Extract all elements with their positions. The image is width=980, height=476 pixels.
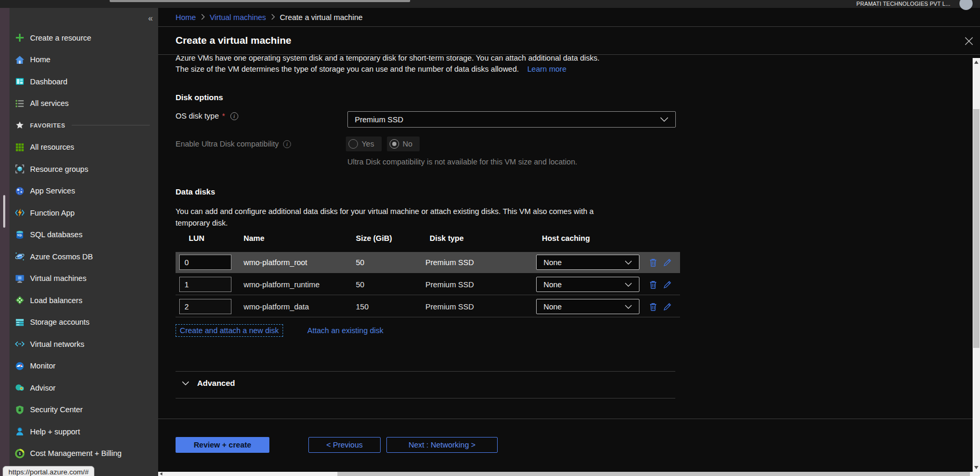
chevron-down-icon [625, 260, 632, 265]
blade-footer: Review + create < Previous Next : Networ… [158, 419, 980, 476]
scroll-up-arrow-icon[interactable] [974, 61, 978, 64]
radio-yes-label: Yes [362, 140, 374, 148]
required-asterisk: * [222, 112, 225, 120]
host-caching-select[interactable]: None [536, 299, 639, 314]
edit-disk-icon[interactable] [663, 302, 672, 312]
breadcrumb-virtual-machines-link[interactable]: Virtual machines [210, 13, 266, 22]
radio-option-no[interactable]: No [387, 137, 420, 151]
lun-input[interactable] [179, 255, 231, 270]
vertical-scrollbar-thumb[interactable] [973, 109, 979, 348]
chevron-down-icon [625, 305, 632, 309]
os-disk-type-label-row: OS disk type * i [176, 112, 238, 120]
delete-disk-icon[interactable] [648, 258, 658, 267]
edit-disk-icon[interactable] [663, 280, 672, 289]
info-icon[interactable]: i [283, 140, 291, 148]
vertical-scrollbar[interactable] [973, 58, 980, 472]
favorites-divider [72, 125, 150, 125]
data-disk-row: wmo-platform_runtime 50 Premium SSD None [176, 274, 680, 295]
info-icon[interactable]: i [230, 112, 238, 120]
delete-disk-icon[interactable] [648, 302, 658, 312]
sidebar-item-all-services[interactable]: All services [9, 93, 158, 115]
intro-line-1: Azure VMs have one operating system disk… [176, 55, 599, 64]
column-header-disk-type: Disk type [430, 234, 463, 242]
scroll-down-arrow-icon[interactable] [974, 466, 978, 469]
delete-disk-icon[interactable] [648, 280, 658, 289]
sidebar-item-storage-accounts[interactable]: Storage accounts [9, 312, 158, 334]
advisor-icon [14, 383, 25, 393]
radio-no-label: No [403, 140, 413, 148]
sidebar-item-app-services[interactable]: App Services [9, 180, 158, 202]
data-disk-row: wmo-platform_data 150 Premium SSD None [176, 296, 680, 317]
host-caching-select[interactable]: None [536, 277, 639, 292]
blade-content: Azure VMs have one operating system disk… [158, 55, 980, 419]
disk-size: 150 [356, 296, 368, 317]
attach-existing-disk-link[interactable]: Attach an existing disk [307, 326, 383, 335]
advanced-section-toggle[interactable]: Advanced [182, 378, 235, 387]
home-icon [14, 54, 25, 65]
horizontal-scrollbar-thumb[interactable] [337, 472, 970, 476]
app-services-icon [14, 186, 25, 196]
all-resources-icon [14, 142, 25, 152]
horizontal-scrollbar[interactable] [158, 472, 980, 476]
review-create-button[interactable]: Review + create [176, 437, 269, 453]
plus-icon [14, 33, 25, 43]
sidebar-item-load-balancers[interactable]: Load balancers [9, 289, 158, 312]
close-icon[interactable] [964, 36, 974, 46]
window-edge-strip [0, 8, 9, 476]
sidebar-item-home[interactable]: Home [9, 49, 158, 71]
sidebar-item-cost-management[interactable]: $ Cost Management + Billing [9, 443, 158, 465]
disk-options-heading: Disk options [176, 93, 223, 102]
sidebar-item-security-center[interactable]: Security Center [9, 399, 158, 421]
sidebar-item-resource-groups[interactable]: Resource groups [9, 158, 158, 180]
page-title: Create a virtual machine [176, 35, 292, 46]
intro-line-2: The size of the VM determines the type o… [176, 64, 599, 75]
lun-input[interactable] [179, 277, 231, 292]
edit-disk-icon[interactable] [663, 258, 672, 267]
sidebar-item-monitor[interactable]: Monitor [9, 355, 158, 377]
sidebar-item-all-resources[interactable]: All resources [9, 137, 158, 159]
monitor-icon [14, 361, 25, 371]
cosmos-db-icon [14, 251, 25, 262]
disk-name: wmo-platform_root [244, 252, 307, 273]
azure-portal-screen: PRAMATI TECHNOLOGIES PVT L... « Create a… [0, 0, 980, 476]
breadcrumb: Home Virtual machines Create a virtual m… [158, 8, 980, 27]
sidebar-item-advisor[interactable]: Advisor [9, 377, 158, 399]
ultra-disk-label: Enable Ultra Disk compatibility [176, 140, 279, 148]
previous-button[interactable]: < Previous [308, 437, 381, 453]
divider [176, 371, 675, 372]
sql-databases-icon: SQL [14, 229, 25, 240]
help-support-icon [14, 426, 25, 437]
advanced-label: Advanced [197, 378, 235, 387]
os-disk-type-select[interactable]: Premium SSD [347, 111, 676, 128]
column-header-name: Name [244, 234, 265, 242]
sidebar-item-create-a-resource[interactable]: Create a resource [9, 27, 158, 49]
tenant-name: PRAMATI TECHNOLOGIES PVT L... [856, 1, 950, 7]
sidebar-item-virtual-machines[interactable]: Virtual machines [9, 268, 158, 290]
host-caching-select[interactable]: None [536, 255, 639, 270]
column-header-lun: LUN [189, 234, 205, 242]
sidebar-item-function-app[interactable]: Function App [9, 202, 158, 224]
sidebar-item-sql-databases[interactable]: SQL SQL databases [9, 224, 158, 246]
next-networking-button[interactable]: Next : Networking > [386, 437, 498, 453]
disk-type: Premium SSD [425, 252, 474, 273]
chevron-down-icon [660, 117, 668, 122]
breadcrumb-home-link[interactable]: Home [176, 13, 196, 22]
edge-highlight [3, 195, 5, 228]
sidebar-item-dashboard[interactable]: Dashboard [9, 71, 158, 93]
sidebar-items: Create a resource Home Dashboard All ser… [9, 8, 158, 464]
lun-input[interactable] [179, 299, 231, 314]
sidebar-collapse-button[interactable]: « [148, 14, 153, 23]
sidebar-item-virtual-networks[interactable]: Virtual networks [9, 333, 158, 355]
sidebar-favorites-header: FAVORITES [9, 114, 158, 137]
disk-type: Premium SSD [425, 274, 474, 295]
create-and-attach-new-disk-link[interactable]: Create and attach a new disk [176, 324, 283, 337]
blade-titlebar: Create a virtual machine [158, 27, 980, 55]
data-disks-description: You can add and configure additional dat… [176, 206, 597, 229]
virtual-machines-icon [14, 273, 25, 284]
sidebar-item-help-support[interactable]: Help + support [9, 421, 158, 443]
sidebar-item-azure-cosmos-db[interactable]: Azure Cosmos DB [9, 246, 158, 268]
radio-option-yes[interactable]: Yes [346, 137, 382, 151]
scroll-left-arrow-icon[interactable] [160, 472, 162, 475]
learn-more-link[interactable]: Learn more [527, 65, 566, 73]
status-url-tooltip: https://portal.azure.com/# [3, 466, 94, 476]
